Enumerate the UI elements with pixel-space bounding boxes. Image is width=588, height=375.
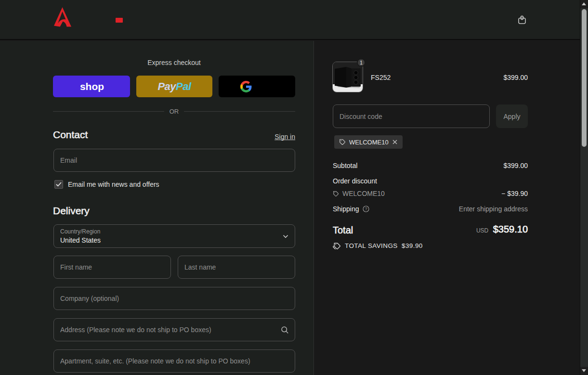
svg-text:shop: shop: [80, 81, 104, 92]
svg-text:?: ?: [365, 207, 367, 211]
